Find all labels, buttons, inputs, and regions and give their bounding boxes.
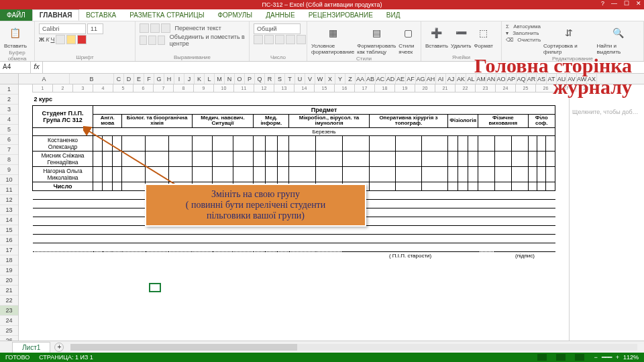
autosum-button[interactable]: Σ Автосумма (506, 23, 541, 29)
maximize-icon[interactable]: ☐ (624, 0, 629, 7)
close-icon[interactable]: ✕ (636, 0, 641, 7)
zoom-control[interactable]: −━━━+112% (594, 354, 639, 361)
align-top-icon[interactable] (140, 23, 149, 33)
col-header[interactable]: C (114, 74, 124, 84)
row-header[interactable]: 20 (0, 276, 18, 286)
help-icon[interactable]: ? (601, 0, 604, 7)
inc-dec-icon[interactable] (286, 35, 295, 44)
bold-button[interactable]: Ж (39, 36, 44, 43)
currency-icon[interactable] (254, 35, 263, 44)
align-mid-icon[interactable] (150, 23, 160, 33)
row-header[interactable]: 9 (0, 165, 18, 175)
italic-button[interactable]: К (46, 36, 49, 43)
col-header[interactable]: Z (345, 74, 356, 84)
sort-filter-button[interactable]: ⇵Сортировка и фильтр (543, 23, 594, 55)
col-header[interactable]: X (325, 74, 335, 84)
col-header[interactable]: O (235, 74, 245, 84)
row-header[interactable]: 13 (0, 205, 18, 215)
row-header[interactable]: 10 (0, 175, 18, 185)
col-header[interactable]: J (184, 74, 195, 84)
dec-dec-icon[interactable] (297, 35, 306, 44)
col-header[interactable]: AC (376, 74, 386, 84)
col-header[interactable]: N (225, 74, 235, 84)
insert-cells-button[interactable]: ➕Вставить (425, 23, 448, 49)
row-header[interactable]: 15 (0, 225, 18, 235)
row-header[interactable]: 24 (0, 316, 18, 326)
row-header[interactable]: 21 (0, 286, 18, 296)
row-header[interactable]: 8 (0, 155, 18, 165)
col-header[interactable]: K (195, 74, 205, 84)
comma-icon[interactable] (275, 35, 284, 44)
tab-review[interactable]: РЕЦЕНЗИРОВАНИЕ (302, 9, 380, 21)
side-pane[interactable]: Щелкните, чтобы доб… (569, 95, 644, 341)
normal-view-button[interactable] (537, 354, 547, 361)
col-header[interactable]: E (134, 74, 144, 84)
col-header[interactable]: AF (406, 74, 416, 84)
row-header[interactable]: 7 (0, 145, 18, 155)
col-header[interactable]: V (305, 74, 315, 84)
col-header[interactable]: M (215, 74, 225, 84)
col-header[interactable]: B (70, 74, 114, 84)
row-header[interactable]: 4 (0, 115, 18, 125)
col-header[interactable]: AI (436, 74, 446, 84)
wrap-button[interactable]: Перенести текст (175, 25, 221, 32)
select-all-triangle[interactable] (0, 74, 19, 84)
row-header[interactable]: 1 (0, 84, 18, 95)
row-header[interactable]: 19 (0, 265, 18, 276)
col-header[interactable]: AB (366, 74, 376, 84)
col-header[interactable]: AD (386, 74, 396, 84)
col-header[interactable]: F (144, 74, 154, 84)
row-header[interactable]: 12 (0, 195, 18, 205)
font-name-combo[interactable]: Calibri (39, 23, 86, 34)
align-center-icon[interactable] (148, 36, 156, 45)
name-box[interactable]: A4 (0, 62, 31, 73)
fill-button[interactable]: ▾ Заполнить (506, 30, 541, 36)
add-sheet-button[interactable]: + (54, 343, 64, 352)
row-header[interactable]: 25 (0, 326, 18, 336)
row-header[interactable]: 2 (0, 95, 18, 105)
row-header[interactable]: 16 (0, 235, 18, 245)
row-header[interactable]: 18 (0, 255, 18, 265)
horizontal-scrollbar[interactable] (70, 344, 637, 351)
row-header[interactable]: 14 (0, 215, 18, 225)
col-header[interactable]: D (124, 74, 134, 84)
cell-styles-button[interactable]: ▢Стили ячеек (398, 23, 417, 55)
page-layout-button[interactable] (556, 354, 566, 361)
col-header[interactable]: AJ (446, 74, 456, 84)
row-header[interactable]: 11 (0, 185, 18, 195)
tab-formulas[interactable]: ФОРМУЛЫ (211, 9, 259, 21)
col-header[interactable]: L (205, 74, 215, 84)
col-header[interactable]: I (174, 74, 184, 84)
number-format-combo[interactable]: Общий (254, 23, 301, 34)
col-header[interactable]: P (245, 74, 255, 84)
col-header[interactable]: W (315, 74, 325, 84)
col-header[interactable]: AG (416, 74, 426, 84)
tab-insert[interactable]: ВСТАВКА (79, 9, 123, 21)
col-header[interactable]: U (295, 74, 305, 84)
tab-layout[interactable]: РАЗМЕТКА СТРАНИЦЫ (123, 9, 211, 21)
delete-cells-button[interactable]: ➖Удалить (451, 23, 472, 49)
col-header[interactable]: H (164, 74, 174, 84)
row-header[interactable]: 6 (0, 135, 18, 145)
col-header[interactable]: AK (456, 74, 466, 84)
clear-button[interactable]: ⌫ Очистить (506, 37, 541, 43)
sheet-tab[interactable]: Лист1 (12, 342, 50, 353)
align-bot-icon[interactable] (161, 23, 170, 33)
tab-file[interactable]: ФАЙЛ (0, 9, 32, 21)
col-header[interactable]: G (154, 74, 164, 84)
font-size-combo[interactable]: 11 (87, 23, 103, 34)
cond-format-button[interactable]: ▦Условное форматирование (311, 23, 354, 55)
row-header[interactable]: 5 (0, 125, 18, 135)
page-break-button[interactable] (575, 354, 584, 361)
merge-button[interactable]: Объединить и поместить в центре (170, 34, 245, 47)
format-cells-button[interactable]: ⬚Формат (474, 23, 492, 49)
col-header[interactable]: S (275, 74, 285, 84)
row-header[interactable]: 22 (0, 296, 18, 306)
minimize-icon[interactable]: — (611, 0, 617, 7)
row-header[interactable]: 3 (0, 105, 18, 115)
col-header[interactable]: T (285, 74, 295, 84)
col-header[interactable]: A (19, 74, 70, 84)
col-header[interactable]: AE (396, 74, 406, 84)
col-header[interactable]: Y (335, 74, 345, 84)
border-icon[interactable] (56, 35, 65, 44)
